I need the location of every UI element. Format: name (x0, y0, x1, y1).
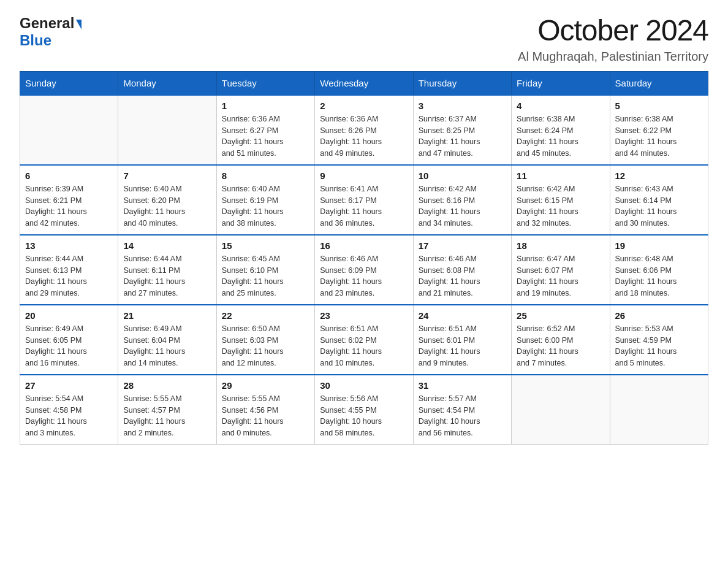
day-info: Sunrise: 6:36 AM Sunset: 6:26 PM Dayligh… (320, 113, 408, 159)
logo-general-text: General (20, 15, 74, 32)
page-header: General Blue October 2024 Al Mughraqah, … (20, 15, 708, 64)
day-number: 19 (615, 240, 703, 251)
column-header-saturday: Saturday (610, 71, 708, 95)
calendar-week-2: 6Sunrise: 6:39 AM Sunset: 6:21 PM Daylig… (20, 165, 708, 235)
day-number: 16 (320, 240, 408, 251)
calendar-cell: 17Sunrise: 6:46 AM Sunset: 6:08 PM Dayli… (413, 235, 511, 305)
day-info: Sunrise: 6:52 AM Sunset: 6:00 PM Dayligh… (517, 323, 604, 369)
logo-triangle-icon (76, 20, 82, 29)
day-number: 27 (25, 380, 113, 391)
column-header-monday: Monday (118, 71, 216, 95)
calendar-cell: 25Sunrise: 6:52 AM Sunset: 6:00 PM Dayli… (512, 305, 610, 375)
day-number: 24 (419, 310, 506, 321)
calendar-week-4: 20Sunrise: 6:49 AM Sunset: 6:05 PM Dayli… (20, 305, 708, 375)
day-number: 11 (517, 170, 604, 181)
day-info: Sunrise: 6:48 AM Sunset: 6:06 PM Dayligh… (615, 253, 703, 299)
calendar-cell: 15Sunrise: 6:45 AM Sunset: 6:10 PM Dayli… (216, 235, 314, 305)
day-number: 22 (222, 310, 309, 321)
calendar-cell: 31Sunrise: 5:57 AM Sunset: 4:54 PM Dayli… (413, 375, 511, 445)
day-info: Sunrise: 5:57 AM Sunset: 4:54 PM Dayligh… (419, 393, 506, 439)
calendar-cell: 12Sunrise: 6:43 AM Sunset: 6:14 PM Dayli… (610, 165, 708, 235)
calendar-cell: 21Sunrise: 6:49 AM Sunset: 6:04 PM Dayli… (118, 305, 216, 375)
day-info: Sunrise: 6:41 AM Sunset: 6:17 PM Dayligh… (320, 183, 408, 229)
day-number: 29 (222, 380, 309, 391)
day-number: 17 (419, 240, 506, 251)
day-info: Sunrise: 6:49 AM Sunset: 6:04 PM Dayligh… (123, 323, 211, 369)
day-number: 15 (222, 240, 309, 251)
day-number: 25 (517, 310, 604, 321)
calendar-cell: 1Sunrise: 6:36 AM Sunset: 6:27 PM Daylig… (216, 95, 314, 165)
calendar-cell: 22Sunrise: 6:50 AM Sunset: 6:03 PM Dayli… (216, 305, 314, 375)
calendar-cell: 19Sunrise: 6:48 AM Sunset: 6:06 PM Dayli… (610, 235, 708, 305)
day-info: Sunrise: 6:38 AM Sunset: 6:22 PM Dayligh… (615, 113, 703, 159)
day-number: 21 (123, 310, 211, 321)
day-info: Sunrise: 5:53 AM Sunset: 4:59 PM Dayligh… (615, 323, 703, 369)
day-number: 10 (419, 170, 506, 181)
calendar-cell: 10Sunrise: 6:42 AM Sunset: 6:16 PM Dayli… (413, 165, 511, 235)
calendar-cell: 16Sunrise: 6:46 AM Sunset: 6:09 PM Dayli… (315, 235, 413, 305)
day-number: 5 (615, 101, 703, 111)
day-number: 28 (123, 380, 211, 391)
day-info: Sunrise: 6:40 AM Sunset: 6:19 PM Dayligh… (222, 183, 309, 229)
calendar-cell: 28Sunrise: 5:55 AM Sunset: 4:57 PM Dayli… (118, 375, 216, 445)
day-number: 30 (320, 380, 408, 391)
calendar-cell: 29Sunrise: 5:55 AM Sunset: 4:56 PM Dayli… (216, 375, 314, 445)
day-info: Sunrise: 6:45 AM Sunset: 6:10 PM Dayligh… (222, 253, 309, 299)
day-number: 26 (615, 310, 703, 321)
calendar-cell: 7Sunrise: 6:40 AM Sunset: 6:20 PM Daylig… (118, 165, 216, 235)
day-info: Sunrise: 6:40 AM Sunset: 6:20 PM Dayligh… (123, 183, 211, 229)
day-info: Sunrise: 6:51 AM Sunset: 6:02 PM Dayligh… (320, 323, 408, 369)
calendar-cell (20, 95, 118, 165)
day-info: Sunrise: 6:47 AM Sunset: 6:07 PM Dayligh… (517, 253, 604, 299)
calendar-cell: 20Sunrise: 6:49 AM Sunset: 6:05 PM Dayli… (20, 305, 118, 375)
day-info: Sunrise: 6:37 AM Sunset: 6:25 PM Dayligh… (419, 113, 506, 159)
day-info: Sunrise: 6:42 AM Sunset: 6:15 PM Dayligh… (517, 183, 604, 229)
column-header-tuesday: Tuesday (216, 71, 314, 95)
day-info: Sunrise: 5:54 AM Sunset: 4:58 PM Dayligh… (25, 393, 113, 439)
day-number: 2 (320, 101, 408, 111)
day-number: 20 (25, 310, 113, 321)
day-info: Sunrise: 6:49 AM Sunset: 6:05 PM Dayligh… (25, 323, 113, 369)
calendar-week-5: 27Sunrise: 5:54 AM Sunset: 4:58 PM Dayli… (20, 375, 708, 445)
day-info: Sunrise: 6:36 AM Sunset: 6:27 PM Dayligh… (222, 113, 309, 159)
calendar-cell: 5Sunrise: 6:38 AM Sunset: 6:22 PM Daylig… (610, 95, 708, 165)
calendar-cell: 18Sunrise: 6:47 AM Sunset: 6:07 PM Dayli… (512, 235, 610, 305)
day-info: Sunrise: 5:55 AM Sunset: 4:57 PM Dayligh… (123, 393, 211, 439)
calendar-header: SundayMondayTuesdayWednesdayThursdayFrid… (20, 71, 708, 95)
calendar-cell: 23Sunrise: 6:51 AM Sunset: 6:02 PM Dayli… (315, 305, 413, 375)
day-info: Sunrise: 6:42 AM Sunset: 6:16 PM Dayligh… (419, 183, 506, 229)
calendar-cell: 24Sunrise: 6:51 AM Sunset: 6:01 PM Dayli… (413, 305, 511, 375)
day-info: Sunrise: 6:39 AM Sunset: 6:21 PM Dayligh… (25, 183, 113, 229)
calendar-cell: 9Sunrise: 6:41 AM Sunset: 6:17 PM Daylig… (315, 165, 413, 235)
calendar-cell (512, 375, 610, 445)
day-info: Sunrise: 6:51 AM Sunset: 6:01 PM Dayligh… (419, 323, 506, 369)
day-number: 8 (222, 170, 309, 181)
day-info: Sunrise: 6:46 AM Sunset: 6:08 PM Dayligh… (419, 253, 506, 299)
calendar-cell (610, 375, 708, 445)
day-number: 9 (320, 170, 408, 181)
logo-blue-text: Blue (20, 32, 51, 48)
logo: General Blue (20, 15, 82, 49)
column-header-sunday: Sunday (20, 71, 118, 95)
calendar-cell (118, 95, 216, 165)
calendar-cell: 3Sunrise: 6:37 AM Sunset: 6:25 PM Daylig… (413, 95, 511, 165)
calendar-cell: 13Sunrise: 6:44 AM Sunset: 6:13 PM Dayli… (20, 235, 118, 305)
calendar-cell: 2Sunrise: 6:36 AM Sunset: 6:26 PM Daylig… (315, 95, 413, 165)
day-number: 3 (419, 101, 506, 111)
calendar-cell: 6Sunrise: 6:39 AM Sunset: 6:21 PM Daylig… (20, 165, 118, 235)
column-header-wednesday: Wednesday (315, 71, 413, 95)
day-info: Sunrise: 6:43 AM Sunset: 6:14 PM Dayligh… (615, 183, 703, 229)
calendar-cell: 26Sunrise: 5:53 AM Sunset: 4:59 PM Dayli… (610, 305, 708, 375)
title-block: October 2024 Al Mughraqah, Palestinian T… (518, 15, 708, 64)
day-number: 7 (123, 170, 211, 181)
location-subtitle: Al Mughraqah, Palestinian Territory (518, 50, 708, 64)
day-number: 18 (517, 240, 604, 251)
calendar-week-3: 13Sunrise: 6:44 AM Sunset: 6:13 PM Dayli… (20, 235, 708, 305)
calendar-table: SundayMondayTuesdayWednesdayThursdayFrid… (20, 71, 708, 445)
calendar-week-1: 1Sunrise: 6:36 AM Sunset: 6:27 PM Daylig… (20, 95, 708, 165)
day-info: Sunrise: 5:56 AM Sunset: 4:55 PM Dayligh… (320, 393, 408, 439)
calendar-cell: 14Sunrise: 6:44 AM Sunset: 6:11 PM Dayli… (118, 235, 216, 305)
day-info: Sunrise: 6:46 AM Sunset: 6:09 PM Dayligh… (320, 253, 408, 299)
calendar-cell: 30Sunrise: 5:56 AM Sunset: 4:55 PM Dayli… (315, 375, 413, 445)
day-info: Sunrise: 5:55 AM Sunset: 4:56 PM Dayligh… (222, 393, 309, 439)
